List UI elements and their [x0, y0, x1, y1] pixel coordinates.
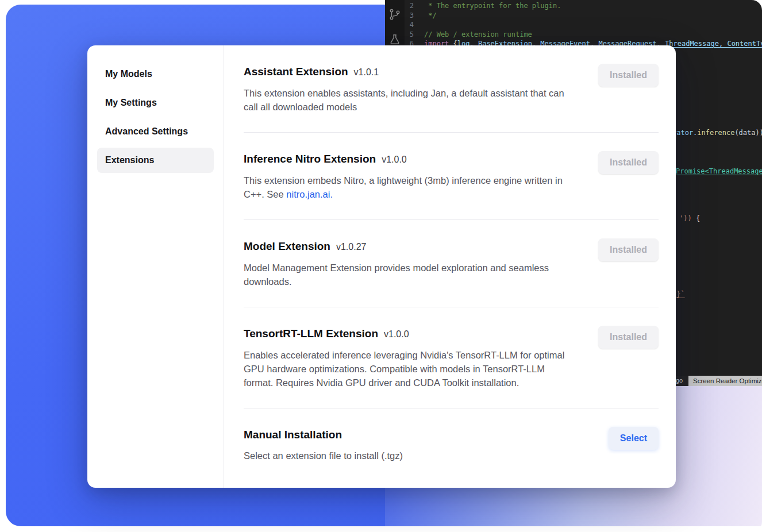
extension-info: Model Extensionv1.0.27 Model Management …: [244, 238, 576, 288]
extension-version: v1.0.0: [384, 329, 409, 339]
extension-description: Enables accelerated inference leveraging…: [244, 348, 576, 390]
installed-button[interactable]: Installed: [598, 326, 659, 349]
installed-button[interactable]: Installed: [598, 64, 659, 87]
extension-info: Manual Installation Select an extension …: [244, 427, 403, 462]
line-number: 4: [405, 20, 424, 30]
code-string: ')): [679, 214, 692, 222]
extension-description: Model Management Extension provides mode…: [244, 261, 576, 288]
code-fragment: ')) {: [679, 214, 700, 222]
extension-title: Model Extensionv1.0.27: [244, 238, 576, 255]
app-window: 2 * The entrypoint for the plugin. 3 */ …: [0, 0, 762, 532]
extensions-panel: Assistant Extensionv1.0.1 This extension…: [224, 45, 676, 488]
settings-sidebar: My Models My Settings Advanced Settings …: [87, 45, 224, 488]
code-text: */: [424, 11, 437, 21]
extension-row-model: Model Extensionv1.0.27 Model Management …: [244, 220, 659, 307]
code-line: 3 */: [405, 11, 762, 21]
extension-name: Assistant Extension: [244, 65, 348, 78]
extension-row-assistant: Assistant Extensionv1.0.1 This extension…: [244, 64, 659, 133]
manual-installation-title: Manual Installation: [244, 427, 403, 443]
extension-row-tensorrt: TensortRT-LLM Extensionv1.0.0 Enables ac…: [244, 307, 659, 408]
select-file-button[interactable]: Select: [609, 427, 659, 450]
sidebar-item-extensions[interactable]: Extensions: [97, 148, 214, 173]
extension-version: v1.0.1: [354, 67, 379, 77]
extension-version: v1.0.27: [336, 242, 366, 252]
extension-name: TensortRT-LLM Extension: [244, 327, 378, 340]
line-number: 5: [405, 30, 424, 40]
extension-title: TensortRT-LLM Extensionv1.0.0: [244, 326, 576, 342]
sidebar-item-advanced-settings[interactable]: Advanced Settings: [97, 119, 214, 144]
extension-info: Assistant Extensionv1.0.1 This extension…: [244, 64, 576, 114]
extension-title: Inference Nitro Extensionv1.0.0: [244, 151, 576, 168]
settings-modal: My Models My Settings Advanced Settings …: [87, 45, 676, 488]
manual-installation-description: Select an extension file to install (.tg…: [244, 449, 403, 462]
code-line: 2 * The entrypoint for the plugin.: [405, 1, 762, 11]
extension-action: Select: [609, 427, 659, 450]
manual-installation-row: Manual Installation Select an extension …: [244, 408, 659, 481]
extension-info: Inference Nitro Extensionv1.0.0 This ext…: [244, 151, 576, 201]
extension-name: Inference Nitro Extension: [244, 153, 376, 165]
code-fragment: rator.inference(data));: [672, 129, 762, 137]
editor-code-area: 2 * The entrypoint for the plugin. 3 */ …: [405, 1, 762, 49]
code-line: 5 // Web / extension runtime: [405, 30, 762, 40]
status-bar-text: go: [676, 377, 683, 384]
code-function: inference: [697, 129, 734, 137]
extension-info: TensortRT-LLM Extensionv1.0.0 Enables ac…: [244, 326, 576, 390]
code-fragment: Promise<ThreadMessage>: [676, 167, 762, 175]
nitro-jan-ai-link[interactable]: nitro.jan.ai.: [286, 189, 333, 199]
code-text: (data));: [734, 129, 762, 137]
extension-name: Model Extension: [244, 240, 330, 252]
extension-row-nitro: Inference Nitro Extensionv1.0.0 This ext…: [244, 133, 659, 220]
sidebar-item-my-settings[interactable]: My Settings: [97, 90, 214, 115]
extension-title: Assistant Extensionv1.0.1: [244, 64, 576, 80]
code-text: // Web / extension runtime: [424, 30, 532, 40]
code-line: 4: [405, 20, 762, 30]
source-control-icon: [388, 8, 401, 23]
extension-action: Installed: [598, 151, 659, 174]
line-number: 2: [405, 1, 424, 11]
sidebar-item-my-models[interactable]: My Models: [97, 61, 214, 87]
line-number: 3: [405, 11, 424, 21]
code-text: rator.: [672, 129, 697, 137]
extension-version: v1.0.0: [382, 155, 407, 164]
extension-action: Installed: [598, 64, 659, 87]
code-text: * The entrypoint for the plugin.: [424, 1, 561, 11]
installed-button[interactable]: Installed: [598, 238, 659, 261]
screen-reader-notice: Screen Reader Optimize: [688, 376, 762, 386]
extension-action: Installed: [598, 326, 659, 349]
extension-action: Installed: [598, 238, 659, 261]
code-text: {: [692, 214, 700, 222]
extension-description: This extension embeds Nitro, a lightweig…: [244, 174, 576, 201]
extension-description: This extension enables assistants, inclu…: [244, 86, 576, 114]
installed-button[interactable]: Installed: [598, 151, 659, 174]
